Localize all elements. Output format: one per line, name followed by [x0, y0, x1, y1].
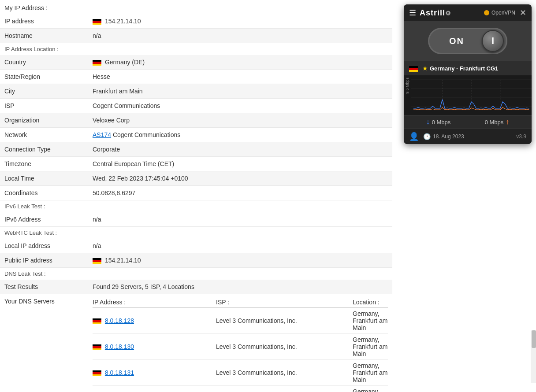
city-label: City — [0, 84, 88, 98]
download-speed: ↓ 0 Mbps — [426, 118, 451, 126]
isp-value: Cogent Communications — [88, 99, 392, 113]
vpn-widget: ☰ Astrill⚙ OpenVPN ✕ ON I ★ Germany - Fr… — [404, 4, 532, 144]
hostname-label: Hostname — [0, 29, 88, 43]
dns-isp-cell-0: Level 3 Communications, Inc. — [216, 317, 353, 324]
vpn-logo-text: Astrill — [420, 8, 445, 17]
isp-label: ISP — [0, 99, 88, 113]
globe-icon: ⚙ — [445, 10, 451, 17]
ip-address-row: IP address 154.21.14.10 — [0, 14, 392, 29]
ipv6-address-value: n/a — [88, 212, 392, 226]
protocol-label: OpenVPN — [491, 10, 515, 16]
toggle-switch[interactable]: ON I — [428, 28, 507, 54]
state-value: Hesse — [88, 70, 392, 84]
upload-speed-value: 0 Mbps — [485, 119, 504, 126]
dns-results-value: Found 29 Servers, 5 ISP, 4 Locations — [88, 280, 392, 294]
ipv6-address-label: IPv6 Address — [0, 212, 88, 226]
power-icon: I — [491, 35, 494, 47]
dns-flag-1 — [93, 344, 101, 350]
dns-ip-cell: 8.0.18.128 — [93, 317, 216, 324]
dns-isp-cell-2: Level 3 Communications, Inc. — [216, 369, 353, 376]
localtime-row: Local Time Wed, 22 Feb 2023 17:45:04 +01… — [0, 171, 392, 186]
dns-ip-link-1[interactable]: 8.0.18.130 — [105, 343, 134, 350]
coords-value: 50.0828,8.6297 — [88, 186, 392, 200]
germany-flag-3 — [93, 258, 101, 264]
dns-ip-link-2[interactable]: 8.0.18.131 — [105, 369, 134, 376]
graph-y-label: 9.6 Mbps — [405, 78, 409, 94]
vpn-date: 18. Aug 2023 — [433, 133, 516, 140]
user-icon: 👤 — [409, 132, 419, 141]
download-arrow-icon: ↓ — [426, 118, 430, 126]
toggle-on-label: ON — [432, 36, 482, 46]
ip-address-label: IP address — [0, 14, 88, 28]
coords-label: Coordinates — [0, 186, 88, 200]
webrtc-public-value: 154.21.14.10 — [88, 253, 392, 267]
ip-location-header: IP Address Location : — [0, 43, 392, 55]
dns-server-row: 8.0.18.130 Level 3 Communications, Inc. … — [93, 334, 388, 360]
localtime-value: Wed, 22 Feb 2023 17:45:04 +0100 — [88, 171, 392, 185]
dns-ip-cell: 8.0.18.130 — [93, 343, 216, 350]
dns-flag-0 — [93, 318, 101, 324]
vpn-logo: Astrill⚙ — [420, 8, 484, 18]
org-value: Veloxee Corp — [88, 113, 392, 127]
dns-servers-container: IP Address : ISP : Location : 8.0.18.128… — [88, 294, 392, 392]
germany-flag-2 — [93, 60, 101, 66]
dns-server-row: 8.0.18.131 Level 3 Communications, Inc. … — [93, 360, 388, 386]
dns-isp-cell-1: Level 3 Communications, Inc. — [216, 343, 353, 350]
network-row: Network AS174 Cogent Communications — [0, 128, 392, 142]
vpn-speeds: ↓ 0 Mbps 0 Mbps ↑ — [404, 115, 532, 129]
vpn-graph-svg — [404, 75, 532, 115]
vpn-header: ☰ Astrill⚙ OpenVPN ✕ — [404, 4, 532, 21]
timezone-row: Timezone Central European Time (CET) — [0, 157, 392, 171]
vpn-protocol: OpenVPN — [484, 10, 515, 16]
webrtc-public-row: Public IP address 154.21.14.10 — [0, 253, 392, 268]
clock-icon: 🕐 — [423, 133, 431, 140]
webrtc-public-value-text: 154.21.14.10 — [105, 257, 141, 264]
dns-loc-cell-3: Germany, Frankfurt am Main — [353, 388, 388, 392]
dns-col-loc-header: Location : — [353, 299, 388, 306]
dns-servers-label: Your DNS Servers — [0, 294, 88, 308]
vpn-toggle-area[interactable]: ON I — [404, 21, 532, 61]
timezone-value: Central European Time (CET) — [88, 157, 392, 171]
scrollbar-track[interactable] — [531, 330, 536, 383]
close-icon[interactable]: ✕ — [520, 8, 526, 18]
webrtc-public-label: Public IP address — [0, 253, 88, 267]
vpn-server-row[interactable]: ★ Germany - Frankfurt CG1 — [404, 61, 532, 75]
network-value-text: Cogent Communications — [111, 131, 180, 138]
dns-server-list: 8.0.18.128 Level 3 Communications, Inc. … — [93, 308, 388, 392]
timezone-label: Timezone — [0, 157, 88, 171]
dns-loc-cell-1: Germany, Frankfurt am Main — [353, 336, 388, 357]
ip-address-value: 154.21.14.10 — [88, 14, 392, 28]
hostname-row: Hostname n/a — [0, 29, 392, 43]
ipv6-leak-header: IPv6 Leak Test : — [0, 200, 392, 212]
city-row: City Frankfurt am Main — [0, 84, 392, 99]
scrollbar-thumb[interactable] — [532, 330, 536, 348]
localtime-label: Local Time — [0, 171, 88, 185]
conn-type-row: Connection Type Corporate — [0, 142, 392, 157]
state-label: State/Region — [0, 70, 88, 84]
dns-ip-link-0[interactable]: 8.0.18.128 — [105, 317, 134, 324]
menu-icon[interactable]: ☰ — [409, 8, 416, 18]
webrtc-local-label: Local IP address — [0, 239, 88, 253]
germany-flag-1 — [93, 19, 101, 25]
dns-col-ip-header: IP Address : — [93, 299, 216, 306]
toggle-knob[interactable]: I — [482, 30, 504, 52]
vpn-version: v3.9 — [516, 133, 526, 140]
dns-flag-2 — [93, 370, 101, 376]
country-value: Germany (DE) — [88, 55, 392, 69]
org-label: Organization — [0, 113, 88, 127]
dns-results-row: Test Results Found 29 Servers, 5 ISP, 4 … — [0, 280, 392, 294]
city-value: Frankfurt am Main — [88, 84, 392, 98]
dns-results-label: Test Results — [0, 280, 88, 294]
coords-row: Coordinates 50.0828,8.6297 — [0, 186, 392, 200]
server-country-flag — [409, 66, 418, 72]
webrtc-leak-header: WebRTC Leak Test : — [0, 227, 392, 239]
upload-arrow-icon: ↑ — [506, 118, 509, 126]
server-flag — [409, 65, 420, 72]
network-link[interactable]: AS174 — [93, 131, 111, 138]
dns-ip-cell: 8.0.18.131 — [93, 369, 216, 376]
network-label: Network — [0, 128, 88, 142]
download-speed-value: 0 Mbps — [432, 119, 451, 126]
dns-header-row: IP Address : ISP : Location : — [93, 297, 388, 308]
server-star-icon: ★ — [422, 65, 428, 72]
ipv6-address-row: IPv6 Address n/a — [0, 212, 392, 227]
